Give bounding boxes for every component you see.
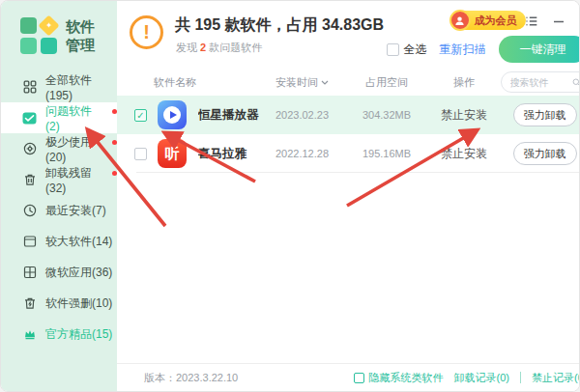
- software-name: 喜马拉雅: [198, 146, 259, 162]
- menu-list-icon[interactable]: [525, 14, 539, 28]
- action-bar: 全选 重新扫描 一键清理: [387, 36, 580, 63]
- hide-system-checkbox[interactable]: [354, 373, 364, 383]
- status-text: 禁止安装: [428, 146, 501, 162]
- logo-diamond-icon: ✦: [38, 14, 59, 36]
- sidebar-item-label: 卸载残留(32): [45, 165, 102, 195]
- select-all-checkbox[interactable]: [387, 43, 399, 56]
- status-text: 禁止安装: [428, 107, 501, 124]
- uninstall-records-link[interactable]: 卸载记录(0): [454, 371, 509, 385]
- rarely-used-gear-icon: [22, 142, 37, 156]
- sidebar-item-all-software[interactable]: 全部软件(195): [1, 71, 117, 102]
- table-header: 软件名称 安装时间 占用空间 操作: [117, 69, 580, 96]
- rescan-link[interactable]: 重新扫描: [440, 42, 486, 58]
- member-badge[interactable]: 成为会员: [451, 11, 526, 30]
- app-logo: ✦ 软件 管理: [1, 1, 117, 64]
- stellar-player-icon: [158, 100, 187, 129]
- sidebar-item-problem-software[interactable]: 问题软件(2): [1, 102, 117, 133]
- app-title: 软件 管理: [66, 17, 95, 54]
- column-header-name: 软件名称: [154, 75, 259, 90]
- logo-grid-icon: ✦: [20, 17, 57, 54]
- sidebar-item-uninstall-residue[interactable]: 卸载残留(32): [1, 164, 117, 195]
- software-name: 恒星播放器: [198, 107, 259, 124]
- summary-subtitle: 发现2款问题软件: [176, 41, 262, 55]
- crown-icon: [22, 327, 37, 342]
- warning-icon: !: [130, 15, 163, 49]
- row-checkbox[interactable]: [134, 148, 147, 160]
- install-time: 2023.02.23: [259, 109, 346, 121]
- sidebar-item-large-software[interactable]: 较大软件(14): [1, 226, 117, 257]
- member-badge-label: 成为会员: [475, 14, 517, 28]
- problem-count: 2: [200, 42, 206, 53]
- sidebar-item-label: 全部软件(195): [45, 72, 117, 102]
- grid-icon: [22, 80, 37, 95]
- column-header-space: 占用空间: [346, 75, 428, 90]
- sidebar-item-recently-installed[interactable]: 最近安装(7): [1, 195, 117, 226]
- space-used: 195.16MB: [346, 148, 428, 159]
- large-software-icon: [22, 235, 37, 249]
- search-icon: [572, 77, 580, 88]
- sidebar-item-label: 问题软件(2): [45, 103, 102, 133]
- summary-title: 共 195 款软件，占用 34.83GB: [175, 15, 384, 36]
- sidebar-item-label: 软件强删(10): [45, 295, 112, 312]
- sidebar-item-official-picks[interactable]: 官方精品(15): [1, 319, 117, 350]
- sidebar: ✦ 软件 管理 全部软件(195) 问题软件(2): [1, 1, 117, 391]
- space-used: 304.32MB: [346, 109, 428, 121]
- window-controls: [525, 14, 580, 28]
- search-input[interactable]: [508, 76, 570, 89]
- version-label: 版本：2023.3.22.10: [144, 371, 238, 385]
- problem-check-icon: [22, 111, 37, 126]
- column-header-install-time[interactable]: 安装时间: [259, 75, 346, 90]
- table-row[interactable]: 听 喜马拉雅 2022.12.28 195.16MB 禁止安装 强力卸载: [117, 134, 580, 173]
- sidebar-item-label: 官方精品(15): [45, 326, 112, 343]
- table-row[interactable]: ✓ 恒星播放器 2023.02.23 304.32MB 禁止安装 强力卸载: [117, 96, 580, 134]
- sort-chevron-icon: [321, 80, 329, 85]
- install-time: 2022.12.28: [259, 148, 346, 159]
- select-all-control[interactable]: 全选: [387, 42, 427, 58]
- footer-divider: [520, 372, 521, 383]
- avatar: [450, 10, 471, 31]
- force-delete-icon: [22, 296, 37, 311]
- hide-system-software-control[interactable]: 隐藏系统类软件: [354, 371, 444, 385]
- force-uninstall-button[interactable]: 强力卸载: [513, 103, 577, 126]
- minimize-icon[interactable]: [552, 14, 566, 28]
- column-header-action: 操作: [428, 75, 501, 90]
- sidebar-item-microsoft-apps[interactable]: 微软应用(36): [1, 257, 117, 288]
- clock-icon: [22, 204, 37, 218]
- status-bar-right: 隐藏系统类软件 卸载记录(0) 禁止记录(0): [354, 371, 580, 385]
- sidebar-item-rarely-used[interactable]: 极少使用(20): [1, 133, 117, 164]
- force-uninstall-button[interactable]: 强力卸载: [513, 142, 577, 165]
- select-all-label: 全选: [404, 42, 427, 58]
- trash-icon: [22, 173, 37, 187]
- sidebar-item-label: 最近安装(7): [45, 203, 106, 219]
- play-icon: [170, 111, 177, 119]
- topbar: ! 共 195 款软件，占用 34.83GB 发现2款问题软件 成为会员: [117, 1, 580, 69]
- main-panel: ! 共 195 款软件，占用 34.83GB 发现2款问题软件 成为会员: [117, 1, 580, 391]
- sidebar-item-label: 极少使用(20): [45, 134, 102, 164]
- one-click-clean-button[interactable]: 一键清理: [499, 36, 580, 63]
- forbid-records-link[interactable]: 禁止记录(0): [532, 371, 580, 385]
- sidebar-item-force-delete[interactable]: 软件强删(10): [1, 288, 117, 319]
- row-checkbox-checked[interactable]: ✓: [134, 109, 147, 122]
- sidebar-item-label: 微软应用(36): [45, 265, 112, 281]
- sidebar-nav: 全部软件(195) 问题软件(2) 极少使用(20): [1, 64, 117, 350]
- search-box[interactable]: [501, 71, 580, 93]
- status-bar: 版本：2023.3.22.10 隐藏系统类软件 卸载记录(0) 禁止记录(0): [117, 363, 580, 391]
- sidebar-item-label: 较大软件(14): [45, 234, 112, 250]
- app-window: ✦ 软件 管理 全部软件(195) 问题软件(2): [0, 0, 580, 392]
- windows-apps-icon: [22, 266, 37, 280]
- ximalaya-icon: 听: [158, 139, 187, 168]
